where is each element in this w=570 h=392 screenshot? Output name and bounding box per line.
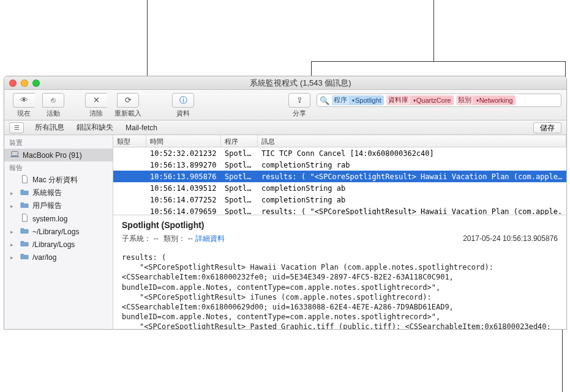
table-row[interactable]: 10:56:14.077252Spotli…completionString a…: [113, 194, 566, 205]
document-icon: [20, 213, 29, 224]
sidebar: 裝置 MacBook Pro (91) 報告 Mac 分析資料▸系統報告▸用戶報…: [4, 135, 113, 329]
cell-time: 10:56:14.079659: [146, 207, 221, 215]
detail-title: Spotlight (Spotlight): [122, 220, 558, 230]
cell-proc: Spotli…: [221, 207, 258, 215]
sidebar-item-label: system.log: [32, 215, 67, 223]
cell-proc: Spotli…: [221, 196, 258, 204]
tab-mail-fetch[interactable]: Mail-fetch: [119, 124, 163, 132]
cell-proc: Spotli…: [221, 172, 258, 181]
cell-msg: completionString rab: [258, 161, 566, 169]
sidebar-item-device[interactable]: MacBook Pro (91): [4, 149, 113, 161]
col-msg[interactable]: 訊息: [258, 135, 566, 147]
disclosure-icon[interactable]: ▸: [10, 190, 17, 196]
tab-all-messages[interactable]: 所有訊息: [29, 122, 70, 133]
disclosure-icon[interactable]: ▸: [10, 203, 17, 209]
sidebar-item[interactable]: Mac 分析資料: [4, 174, 113, 187]
sidebar-item[interactable]: ▸~/Library/Logs: [4, 225, 113, 238]
share-icon: ⇪: [296, 95, 303, 105]
reload-icon: ⟳: [125, 95, 132, 105]
disclosure-icon[interactable]: ▸: [10, 229, 17, 235]
info-button[interactable]: ⓘ 資料: [168, 92, 198, 118]
minimize-icon[interactable]: [21, 80, 28, 87]
share-button[interactable]: ⇪ 分享: [285, 92, 314, 118]
detail-category-label: 類別：: [163, 234, 186, 244]
detail-pane: Spotlight (Spotlight) 子系統： -- 類別： -- 詳細資…: [113, 215, 566, 329]
folder-icon: [20, 201, 29, 211]
filter-bar: ☰ 所有訊息 錯誤和缺失 Mail-fetch 儲存: [4, 120, 566, 135]
document-icon: [20, 175, 29, 185]
detail-body: results: ( "<SPCoreSpotlightResult> Hawa…: [122, 253, 558, 329]
now-button[interactable]: 👁 現在: [9, 92, 39, 118]
window-title: 系統監視程式 (1,543 個訊息): [40, 78, 561, 89]
cell-msg: completionString ab: [258, 184, 566, 193]
sidebar-item-label: ~/Library/Logs: [32, 227, 79, 236]
filter-token-library[interactable]: 資料庫▾ QuartzCore: [386, 95, 454, 105]
titlebar[interactable]: 系統監視程式 (1,543 個訊息): [4, 76, 566, 90]
activity-icon: ⎋: [51, 95, 56, 105]
cell-proc: Spotli…: [221, 161, 258, 169]
clear-icon: ✕: [93, 95, 100, 105]
sidebar-item[interactable]: ▸/Library/Logs: [4, 238, 113, 251]
detail-link[interactable]: 詳細資料: [195, 234, 225, 244]
folder-icon: [20, 252, 29, 262]
activity-button[interactable]: ⎋ 活動: [39, 92, 68, 118]
info-icon: ⓘ: [179, 95, 187, 106]
table-row[interactable]: 10:56:14.079659Spotli…results: ( "<SPCor…: [113, 205, 566, 215]
detail-timestamp: 2017-05-24 10:56:13.905876: [463, 234, 558, 243]
detail-subsystem-value: --: [154, 234, 159, 243]
sidebar-item-label: 用戶報告: [32, 201, 62, 211]
col-type[interactable]: 類型: [113, 135, 146, 147]
cell-proc: Spotli…: [221, 149, 258, 158]
table-row[interactable]: 10:52:32.021232Spotli…TIC TCP Conn Cance…: [113, 147, 566, 159]
save-button[interactable]: 儲存: [533, 122, 561, 133]
cell-time: 10:56:13.899270: [146, 161, 221, 169]
filter-token-process[interactable]: 程序▾ Spotlight: [332, 95, 384, 105]
disclosure-icon[interactable]: ▸: [10, 242, 17, 248]
svg-rect-0: [12, 152, 18, 156]
sidebar-icon: ☰: [14, 124, 20, 131]
folder-icon: [20, 239, 29, 250]
clear-button[interactable]: ✕ 清除: [81, 92, 111, 118]
disclosure-icon[interactable]: ▸: [10, 254, 17, 261]
sidebar-header-reports: 報告: [4, 161, 113, 174]
toolbar: 👁 現在 ⎋ 活動 ✕ 清除 ⟳ 重新載入: [4, 90, 566, 120]
laptop-icon: [10, 150, 19, 160]
sidebar-item-label: /Library/Logs: [32, 240, 75, 249]
search-field[interactable]: 🔍 程序▾ Spotlight 資料庫▾ QuartzCore 類別▾ Netw…: [317, 94, 561, 107]
reload-button[interactable]: ⟳ 重新載入: [111, 92, 145, 118]
sidebar-item-label: /var/log: [32, 253, 56, 262]
log-rows: 10:52:32.021232Spotli…TIC TCP Conn Cance…: [113, 147, 566, 215]
sidebar-item[interactable]: ▸/var/log: [4, 251, 113, 264]
cell-msg: results: ( "<SPCoreSpotlightResult> Hawa…: [258, 172, 566, 181]
cell-time: 10:52:32.021232: [146, 149, 221, 158]
col-proc[interactable]: 程序: [221, 135, 258, 147]
eye-icon: 👁: [20, 95, 28, 105]
table-row[interactable]: 10:56:14.039512Spotli…completionString a…: [113, 182, 566, 194]
sidebar-item[interactable]: ▸系統報告: [4, 187, 113, 199]
filter-token-category[interactable]: 類別▾ Networking: [456, 95, 516, 105]
cell-msg: TIC TCP Conn Cancel [14:0x608000362c40]: [258, 149, 566, 158]
sidebar-item-label: Mac 分析資料: [32, 175, 78, 185]
table-header: 類型 時間 程序 訊息: [113, 135, 566, 147]
cell-time: 10:56:14.077252: [146, 196, 221, 204]
toggle-sidebar-button[interactable]: ☰: [9, 122, 24, 133]
cell-time: 10:56:14.039512: [146, 184, 221, 193]
sidebar-header-devices: 裝置: [4, 136, 113, 149]
callout-line: [433, 0, 434, 61]
table-row[interactable]: 10:56:13.899270Spotli…completionString r…: [113, 159, 566, 171]
sidebar-item[interactable]: system.log: [4, 212, 113, 225]
sidebar-item[interactable]: ▸用戶報告: [4, 199, 113, 212]
sidebar-item-label: MacBook Pro (91): [23, 151, 82, 160]
cell-msg: results: ( "<SPCoreSpotlightResult> Hawa…: [258, 207, 566, 215]
zoom-icon[interactable]: [32, 80, 40, 87]
cell-time: 10:56:13.905876: [146, 172, 221, 181]
close-icon[interactable]: [9, 80, 17, 87]
table-row[interactable]: 10:56:13.905876Spotli…results: ( "<SPCor…: [113, 171, 566, 182]
folder-icon: [20, 226, 29, 237]
cell-proc: Spotli…: [221, 184, 258, 193]
svg-rect-1: [10, 157, 19, 157]
col-time[interactable]: 時間: [146, 135, 221, 147]
traffic-lights: [9, 80, 40, 87]
tab-errors[interactable]: 錯誤和缺失: [70, 122, 119, 133]
sidebar-item-label: 系統報告: [32, 188, 62, 198]
